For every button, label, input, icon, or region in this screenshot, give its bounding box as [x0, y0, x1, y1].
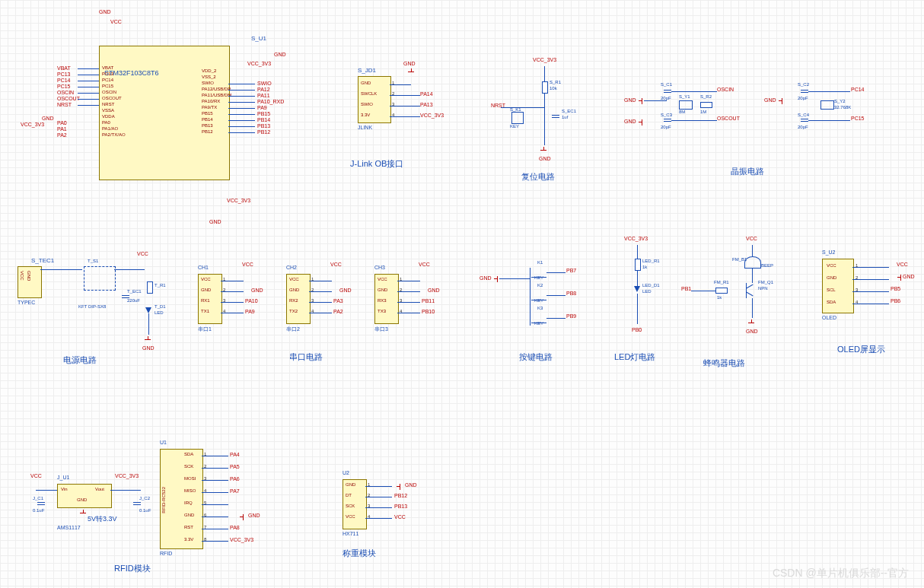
ref: U2 — [343, 470, 349, 475]
val: BEEP — [761, 263, 773, 268]
pin: VCC — [289, 277, 299, 281]
net: PB11 — [422, 298, 435, 304]
gnd-icon — [240, 513, 246, 520]
net: PB1 — [681, 286, 691, 291]
val: 0.1uF — [139, 508, 151, 513]
net: PA12 — [257, 87, 270, 92]
net: GND — [428, 288, 440, 293]
ref: S_C3 — [661, 113, 672, 117]
val: 1uf — [562, 115, 568, 119]
net: GND — [903, 274, 915, 279]
ref: U1 — [160, 440, 167, 445]
uart-block: CH1 VCC GND RX1 TX1 1234 VCC GND PA10 PA… — [190, 266, 464, 365]
net: PC15 — [57, 84, 71, 89]
ref: K3 — [537, 306, 543, 310]
pin: TX1 — [201, 309, 209, 313]
pin: OSCOUT — [102, 96, 122, 100]
net: GND — [251, 288, 263, 293]
pin: VCC — [346, 514, 355, 519]
transistor — [746, 283, 747, 298]
net: PA8 — [230, 525, 240, 530]
val: 220uF — [127, 298, 140, 303]
power-block: S_TEC1 VCC GND TYPEC T_S1 KFT DIP-SX8 VC… — [11, 251, 179, 365]
label: 串口3 — [374, 326, 388, 333]
ref: S_TEC1 — [31, 257, 54, 264]
net: VBAT — [57, 65, 71, 71]
net: PC14 — [851, 87, 865, 92]
pin: Vout — [95, 487, 104, 491]
net: SWIO — [257, 81, 272, 86]
val: 1k — [642, 265, 647, 269]
ref: FM_Q1 — [758, 280, 773, 284]
buzz-title: 蜂鸣器电路 — [703, 358, 745, 369]
part: TYPEC — [18, 300, 35, 305]
ref: S_U2 — [822, 250, 836, 255]
net: OSCIN — [717, 87, 734, 92]
ref: S_R1 — [550, 80, 561, 84]
buzz-block: VCC FM_B1 BEEP FM_Q1 NPN FM_R1 1k PB1 GN… — [685, 236, 784, 373]
val: 10k — [550, 86, 557, 91]
oled-title: OLED屏显示 — [837, 344, 885, 355]
pin: PA9/TX — [202, 105, 217, 110]
net: VCC — [137, 251, 148, 256]
pin: GND — [27, 271, 31, 281]
ref: T_S1 — [88, 259, 98, 263]
ref: T_EC1 — [127, 289, 142, 294]
resistor — [542, 81, 548, 94]
net: PA10 — [245, 298, 258, 304]
net: VCC_3V3 — [420, 113, 444, 118]
net: PB13 — [257, 123, 270, 129]
pin: SCL — [827, 288, 836, 292]
label: 串口1 — [198, 326, 212, 333]
pin: GND — [827, 275, 836, 280]
pin: VCC — [20, 271, 24, 281]
net: PB8 — [566, 291, 576, 296]
pin: SDA — [184, 452, 193, 456]
part: AMS1117 — [57, 525, 81, 530]
val: 20pF — [798, 96, 808, 100]
pin: VBAT — [102, 65, 113, 70]
pin: SWIO — [361, 102, 373, 106]
pin: TX2 — [289, 309, 298, 313]
net: GND — [403, 61, 416, 66]
val: NPN — [758, 286, 768, 291]
net: PA9 — [245, 309, 255, 314]
net: PA9 — [257, 105, 267, 110]
part: KFT DIP-SX8 — [78, 304, 106, 309]
hx711-block: U2 GND DT SCK VCC 1234 GND PB12 PB13 VCC… — [335, 472, 434, 563]
gnd-icon — [639, 118, 645, 126]
capacitor — [552, 115, 559, 116]
ref: S_EC1 — [562, 109, 576, 113]
pin: VCC — [378, 277, 387, 281]
gnd-icon — [145, 336, 152, 342]
val: KEY — [534, 298, 543, 303]
net: PA11 — [257, 93, 270, 98]
val: 20pF — [661, 96, 671, 100]
mcu-bot-strip — [122, 179, 213, 202]
gnd-icon — [748, 319, 756, 326]
gnd-icon — [408, 68, 416, 75]
rfid-block: U1 RFID-RC522 SDA SCK MOSI MISO IRQ GND … — [152, 441, 289, 578]
led-title: LED灯电路 — [614, 351, 655, 363]
hx711-title: 称重模块 — [343, 548, 376, 559]
ref: T_R1 — [155, 283, 166, 288]
pin: 3.3V — [184, 537, 193, 542]
net: GND — [142, 345, 155, 351]
net: GND — [539, 156, 551, 161]
val: 32.768K — [834, 105, 851, 110]
pin: GND — [289, 288, 299, 292]
net: VCC_3V3 — [247, 61, 271, 66]
net: PB6 — [891, 298, 900, 304]
net: VCC — [330, 262, 342, 267]
pin: PC15 — [102, 84, 113, 88]
oled-block: S_U2 VCC GND SCL SDA 1234 VCC GND PB5 PB… — [807, 251, 917, 358]
ref: S_Y2 — [834, 99, 846, 103]
led-icon — [634, 286, 640, 292]
val: LED — [155, 310, 164, 315]
net: OSCIN — [57, 90, 74, 95]
net: PA0 — [57, 120, 67, 126]
pin: PB14 — [202, 117, 213, 122]
pin: MOSI — [184, 476, 196, 481]
net: VCC — [419, 262, 430, 267]
jlink-part: JLINK — [358, 125, 372, 130]
